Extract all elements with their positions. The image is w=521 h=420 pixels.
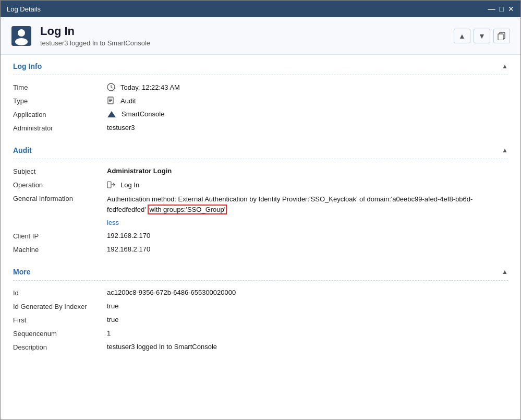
- more-toggle[interactable]: ▲: [502, 268, 508, 275]
- field-label-description: Description: [13, 343, 107, 351]
- user-icon: [11, 26, 31, 46]
- app-icon: [107, 111, 116, 118]
- field-value-administrator: testuser3: [107, 124, 508, 131]
- field-general-info: General Information Authentication metho…: [13, 191, 508, 229]
- log-info-title: Log Info: [13, 62, 42, 70]
- field-value-description: testuser3 logged In to SmartConsole: [107, 343, 508, 351]
- nav-down-button[interactable]: ▼: [474, 29, 490, 43]
- field-value-subject: Administrator Login: [107, 167, 508, 175]
- header-left: Log In testuser3 logged In to SmartConso…: [11, 25, 150, 47]
- copy-icon: [498, 32, 506, 40]
- minimize-button[interactable]: —: [488, 5, 495, 13]
- doc-icon: [107, 97, 115, 105]
- svg-rect-4: [498, 34, 503, 40]
- general-info-text: Authentication method: External Authenti…: [107, 194, 508, 214]
- svg-rect-13: [110, 115, 114, 117]
- maximize-button[interactable]: □: [500, 5, 504, 13]
- audit-title: Audit: [13, 146, 32, 154]
- field-label-time: Time: [13, 83, 107, 91]
- header-subtitle: testuser3 logged In to SmartConsole: [40, 39, 150, 47]
- header-user-icon: [11, 26, 32, 46]
- field-label-administrator: Administrator: [13, 124, 107, 132]
- field-value-id: ac1200c8-9356-672b-6486-655300020000: [107, 289, 508, 296]
- field-label-general-info: General Information: [13, 194, 107, 202]
- field-time: Time Today, 12:22:43 AM: [13, 80, 508, 94]
- field-label-machine: Machine: [13, 245, 107, 254]
- header-title: Log In: [40, 25, 150, 38]
- field-first: First true: [13, 313, 508, 327]
- field-value-first: true: [107, 316, 508, 323]
- highlight-sso-group: with groups:'SSO_Group': [148, 205, 227, 214]
- more-section: More ▲ Id ac1200c8-9356-672b-6486-655300…: [1, 260, 520, 354]
- audit-header: Audit ▲: [13, 139, 508, 159]
- field-client-ip: Client IP 192.168.2.170: [13, 229, 508, 243]
- svg-point-1: [18, 29, 25, 37]
- field-value-id-generated: true: [107, 302, 508, 310]
- field-label-id: Id: [13, 289, 107, 297]
- log-info-toggle[interactable]: ▲: [502, 63, 508, 70]
- more-title: More: [13, 268, 30, 276]
- audit-section: Audit ▲ Subject Administrator Login Oper…: [1, 139, 520, 256]
- window-title: Log Details: [7, 5, 41, 13]
- field-value-general-info: Authentication method: External Authenti…: [107, 194, 508, 226]
- field-value-client-ip: 192.168.2.170: [107, 232, 508, 239]
- svg-point-2: [15, 38, 28, 45]
- nav-up-button[interactable]: ▲: [454, 29, 470, 43]
- field-value-application: SmartConsole: [107, 110, 508, 118]
- field-value-machine: 192.168.2.170: [107, 245, 508, 253]
- window: Log Details — □ ✕ Log In testuser3 logge…: [0, 0, 521, 420]
- field-machine: Machine 192.168.2.170: [13, 243, 508, 256]
- window-controls: — □ ✕: [488, 5, 514, 13]
- field-application: Application SmartConsole: [13, 107, 508, 121]
- less-link[interactable]: less: [107, 219, 119, 226]
- field-label-application: Application: [13, 110, 107, 118]
- field-administrator: Administrator testuser3: [13, 121, 508, 135]
- header: Log In testuser3 logged In to SmartConso…: [1, 17, 520, 55]
- field-id-generated: Id Generated By Indexer true: [13, 299, 508, 313]
- field-label-sequencenum: Sequencenum: [13, 329, 107, 338]
- field-value-sequencenum: 1: [107, 329, 508, 337]
- field-type: Type Audit: [13, 94, 508, 107]
- audit-toggle[interactable]: ▲: [502, 147, 508, 154]
- field-value-operation: Log In: [107, 181, 508, 189]
- field-value-time: Today, 12:22:43 AM: [107, 83, 508, 91]
- header-text: Log In testuser3 logged In to SmartConso…: [40, 25, 150, 47]
- svg-line-7: [111, 88, 113, 89]
- clock-icon: [107, 83, 115, 91]
- content-area: Log Info ▲ Time Today, 12:22:43 AM: [1, 55, 520, 419]
- field-label-type: Type: [13, 97, 107, 105]
- field-description: Description testuser3 logged In to Smart…: [13, 340, 508, 354]
- log-info-header: Log Info ▲: [13, 55, 508, 75]
- field-label-operation: Operation: [13, 181, 107, 189]
- close-button[interactable]: ✕: [508, 5, 514, 13]
- field-sequencenum: Sequencenum 1: [13, 327, 508, 340]
- title-bar: Log Details — □ ✕: [1, 1, 520, 17]
- log-info-section: Log Info ▲ Time Today, 12:22:43 AM: [1, 55, 520, 135]
- field-subject: Subject Administrator Login: [13, 164, 508, 178]
- more-header: More ▲: [13, 260, 508, 281]
- field-label-first: First: [13, 316, 107, 324]
- field-value-type: Audit: [107, 97, 508, 105]
- login-icon: [107, 181, 115, 189]
- field-label-subject: Subject: [13, 167, 107, 175]
- svg-rect-14: [107, 182, 111, 188]
- field-id: Id ac1200c8-9356-672b-6486-655300020000: [13, 286, 508, 299]
- header-controls: ▲ ▼: [454, 29, 510, 43]
- field-label-client-ip: Client IP: [13, 232, 107, 240]
- field-label-id-generated: Id Generated By Indexer: [13, 302, 107, 310]
- copy-button[interactable]: [493, 29, 510, 43]
- field-operation: Operation Log In: [13, 178, 508, 191]
